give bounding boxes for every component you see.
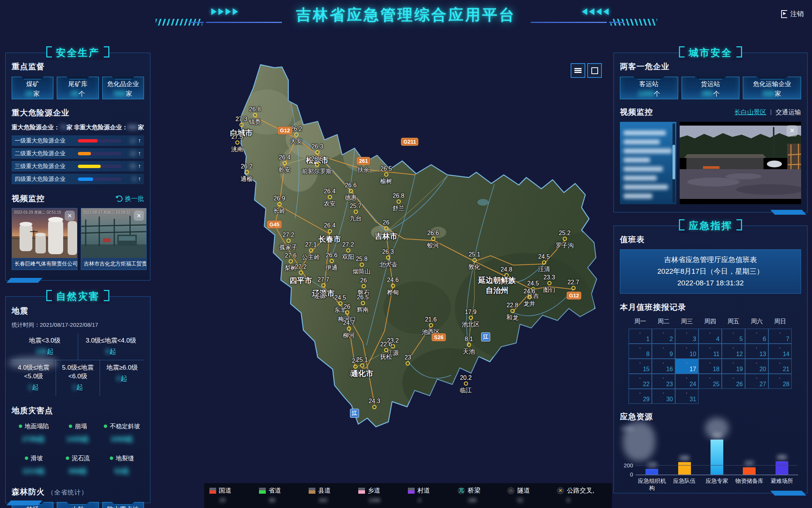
close-icon[interactable]: ✕ <box>65 211 75 221</box>
calendar-day-cell[interactable]: 23 <box>652 374 675 389</box>
calendar-day-cell[interactable]: 11 <box>698 344 722 359</box>
calendar-day-number: 1 <box>646 336 650 343</box>
hazard-bar-row: 一级重大危险源企业12↑ <box>12 135 144 146</box>
geo-hazard-item: 泥石流368处 <box>56 455 100 476</box>
map-layers-button[interactable] <box>571 63 585 78</box>
camera-list-item[interactable] <box>624 194 652 199</box>
calendar-row: 22232425262728 <box>629 374 792 389</box>
calendar-day-cell[interactable]: 17 <box>675 359 698 374</box>
calendar-day-cell[interactable]: 24 <box>675 374 698 389</box>
calendar-day-cell[interactable]: 29 <box>629 389 652 404</box>
duty-line-2: 2022年8月17日（今日，星期三） <box>624 266 797 278</box>
calendar-day-cell[interactable]: 18 <box>698 359 722 374</box>
calendar-day-cell[interactable]: 14 <box>768 344 792 359</box>
hazard-stat-label: 重大危险源企业： <box>12 124 60 130</box>
stat-card-label: 危化品企业 <box>103 80 144 88</box>
map-fullscreen-button[interactable] <box>587 63 602 78</box>
tab-transport[interactable]: 交通运输 <box>776 108 801 117</box>
legend-item[interactable]: 村道4 <box>408 486 458 503</box>
calendar-day-cell[interactable]: 4 <box>698 329 722 344</box>
calendar-day-cell[interactable]: 31 <box>675 389 698 404</box>
camera-list[interactable] <box>620 122 676 204</box>
calendar-day-cell[interactable]: 26 <box>722 374 745 389</box>
layers-icon <box>574 68 582 73</box>
close-icon[interactable]: ✕ <box>786 125 798 136</box>
stat-card-unit: 个 <box>713 90 720 97</box>
geo-hazard-value: 368处 <box>56 466 100 476</box>
calendar-day-cell[interactable]: 28 <box>768 374 792 389</box>
hazard-bar-label: 二级重大危险源企业 <box>15 150 78 157</box>
close-icon[interactable]: ✕ <box>134 211 144 221</box>
earthquake-cell: 4.0级≤地震<5.0级1起 <box>12 360 56 396</box>
legend-item[interactable]: 乡道1268 <box>358 486 408 503</box>
earthquake-row-2: 4.0级≤地震<5.0级1起5.0级≤地震<6.0级1起地震≥6.0级0起 <box>12 360 144 396</box>
calendar-day-cell[interactable]: 15 <box>629 359 652 374</box>
geo-hazard-item: 崩塌1435处 <box>56 423 100 444</box>
tab-changbaishan[interactable]: 长白山景区 <box>735 108 767 117</box>
province-map[interactable]: 26.8镇赉27.3白城市27.5洮南26.2大安26.3松原市26.6前郭尔罗… <box>154 44 612 508</box>
calendar-day-cell[interactable]: 25 <box>698 374 722 389</box>
legend-item[interactable]: 省道68 <box>259 486 309 503</box>
calendar-day-cell[interactable]: 22 <box>629 374 652 389</box>
calendar-day-cell[interactable]: 5 <box>722 329 745 344</box>
calendar-day-cell[interactable]: 12 <box>722 344 745 359</box>
calendar-day-cell[interactable]: 13 <box>745 344 768 359</box>
refresh-batch-link[interactable]: 换一批 <box>116 194 144 203</box>
calendar-day-cell[interactable]: 3 <box>675 329 698 344</box>
camera-list-item[interactable] <box>624 167 663 171</box>
green-dot-icon <box>19 425 22 428</box>
calendar-day-cell[interactable]: 16 <box>652 359 675 374</box>
legend-item-top: 国道 <box>209 486 259 495</box>
cctv-thumb-1[interactable]: 2022-01-29 星期二 02:51:15 ✕ 长春巨峰气体有限责任公司 <box>12 208 77 270</box>
calendar-day-cell[interactable]: 10 <box>675 344 698 359</box>
stat-card-value: 45 <box>71 89 79 97</box>
legend-glyph-icon: ∩ <box>507 487 515 494</box>
legend-item[interactable]: 县道342 <box>309 486 358 503</box>
geo-hazard-label: 不稳定斜坡 <box>100 423 144 431</box>
legend-item[interactable]: ∩隧道52 <box>507 486 557 503</box>
hazard-stat: 非重大危险源企业：892家 <box>74 124 144 132</box>
calendar-day-cell[interactable]: 21 <box>768 359 792 374</box>
chart-bar: 752 <box>710 440 723 475</box>
cctv-thumb-2[interactable]: 2022-08-17 星期三 10:28:32 ✕ 吉林市吉化北方炬福工贸责任… <box>81 208 147 270</box>
chart-ytick-top: 1000 <box>621 425 633 431</box>
calendar-day-cell[interactable]: 30 <box>652 389 675 404</box>
legend-item[interactable]: 国道25 <box>209 486 259 503</box>
chart-ytick: 0 <box>630 471 633 478</box>
logout-button[interactable]: 注销 <box>779 9 806 19</box>
panel-safety-production: 安全生产 重点监督 煤矿26家尾矿库45个危化品企业568家 重大危险源企业 重… <box>5 53 150 281</box>
legend-count: 4 <box>418 497 432 503</box>
road-shield-label: 261 <box>357 157 370 165</box>
calendar-day-cell[interactable]: 19 <box>722 359 745 374</box>
calendar-day-number: 14 <box>783 351 789 358</box>
calendar-day-cell[interactable]: 27 <box>745 374 768 389</box>
legend-item[interactable]: ✕公路交叉,8 <box>557 486 606 503</box>
camera-list-item[interactable] <box>624 130 666 135</box>
hazard-stat-value: 892 <box>128 124 138 130</box>
panel-accent <box>6 500 42 505</box>
camera-list-item[interactable] <box>624 158 650 162</box>
camera-list-item[interactable] <box>624 176 657 180</box>
hazard-bar-label: 三级重大危险源企业 <box>15 163 78 170</box>
calendar-day-cell[interactable]: 9 <box>652 344 675 359</box>
earthquake-cell-label: 5.0级≤地震<6.0级 <box>56 363 100 381</box>
camera-list-item[interactable] <box>624 185 668 190</box>
city-video-heading: 视频监控 <box>620 107 653 117</box>
chart-bar-value: 268 <box>680 455 689 461</box>
calendar-day-cell[interactable]: 8 <box>629 344 652 359</box>
calendar-day-cell[interactable]: 7 <box>768 329 792 344</box>
calendar-day-cell[interactable]: 1 <box>629 329 652 344</box>
camera-list-scroll-thumb[interactable] <box>673 145 675 179</box>
geo-hazard-value: 1068处 <box>100 434 144 444</box>
camera-list-item[interactable] <box>624 149 672 153</box>
calendar-day-cell[interactable]: 20 <box>745 359 768 374</box>
camera-player[interactable]: ✕ <box>680 122 801 204</box>
period-value: 2021/08/17-2022/08/17 <box>40 321 98 328</box>
cctv-caption: 吉林市吉化北方炬福工贸责任… <box>81 258 146 270</box>
calendar-day-cell[interactable]: 6 <box>745 329 768 344</box>
legend-label: 国道 <box>219 486 232 495</box>
legend-item[interactable]: 兀桥梁186 <box>458 486 507 503</box>
calendar-day-number: 6 <box>763 336 766 343</box>
camera-list-item[interactable] <box>624 140 660 144</box>
calendar-day-cell[interactable]: 2 <box>652 329 675 344</box>
